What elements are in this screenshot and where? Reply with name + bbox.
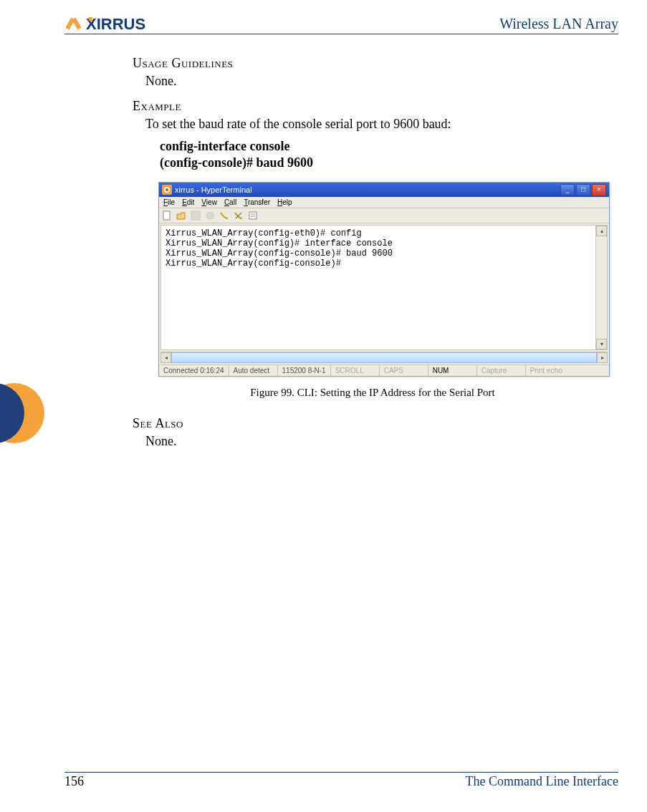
call-icon[interactable] (219, 211, 229, 221)
status-serial: 115200 8-N-1 (278, 365, 331, 376)
app-icon (162, 185, 172, 195)
status-scroll: SCROLL (331, 365, 380, 376)
new-icon[interactable] (162, 211, 172, 221)
page-header: XIRRUS Wireless LAN Array (64, 11, 618, 34)
header-title: Wireless LAN Array (499, 16, 618, 32)
footer-section: The Command Line Interface (466, 774, 618, 789)
menu-transfer[interactable]: Transfer (244, 198, 270, 206)
svg-rect-1 (72, 18, 81, 30)
status-detect: Auto detect (229, 365, 278, 376)
see-also-body: None. (145, 434, 613, 449)
usage-guidelines-body: None. (145, 74, 613, 89)
minimize-button[interactable]: _ (560, 184, 575, 196)
page-footer: 156 The Command Line Interface (64, 772, 618, 789)
example-cmd-1: config-interface console (160, 139, 613, 154)
menu-view[interactable]: View (201, 198, 217, 206)
figure-caption: Figure 99. CLI: Setting the IP Address f… (133, 387, 613, 399)
svg-point-8 (166, 188, 168, 191)
example-cmd-2: (config-console)# baud 9600 (160, 155, 613, 170)
open-icon[interactable] (176, 211, 186, 221)
page-number: 156 (64, 774, 84, 789)
properties-icon[interactable] (248, 211, 258, 221)
close-button[interactable]: × (592, 184, 606, 196)
status-connected: Connected 0:16:24 (159, 365, 229, 376)
svg-rect-10 (191, 211, 200, 220)
maximize-button[interactable]: □ (576, 184, 590, 196)
menubar: File Edit View Call Transfer Help (159, 197, 609, 208)
terminal-output[interactable]: Xirrus_WLAN_Array(config-eth0)# config X… (161, 226, 595, 349)
svg-rect-2 (89, 17, 92, 21)
page-content: Usage Guidelines None. Example To set th… (133, 50, 613, 459)
save-icon (191, 211, 201, 221)
window-title: xirrus - HyperTerminal (175, 185, 252, 194)
hyperterminal-window: xirrus - HyperTerminal _ □ × File Edit V… (158, 182, 610, 377)
window-titlebar[interactable]: xirrus - HyperTerminal _ □ × (159, 183, 609, 197)
menu-edit[interactable]: Edit (182, 198, 194, 206)
term-line-4: Xirrus_WLAN_Array(config-console)# (166, 258, 341, 269)
side-tab-graphic (0, 383, 60, 443)
connect-icon (205, 211, 215, 221)
see-also-heading: See Also (133, 416, 613, 431)
term-line-1: Xirrus_WLAN_Array(config-eth0)# config (166, 228, 362, 238)
brand-logo: XIRRUS (64, 15, 179, 32)
svg-point-11 (206, 212, 214, 219)
brand-text: XIRRUS (86, 15, 145, 32)
term-line-2: Xirrus_WLAN_Array(config)# interface con… (166, 238, 393, 248)
term-line-3: Xirrus_WLAN_Array(config-console)# baud … (166, 248, 393, 258)
scroll-up-icon[interactable]: ▴ (596, 226, 607, 236)
vertical-scrollbar[interactable]: ▴ ▾ (595, 226, 607, 349)
horizontal-scrollbar[interactable]: ◂ ▸ (160, 352, 608, 363)
disconnect-icon[interactable] (234, 211, 244, 221)
toolbar (159, 208, 609, 223)
status-num: NUM (428, 365, 477, 376)
status-echo: Print echo (526, 365, 574, 376)
svg-rect-13 (249, 212, 257, 219)
scroll-thumb[interactable] (171, 352, 597, 363)
menu-call[interactable]: Call (224, 198, 236, 206)
menu-file[interactable]: File (163, 198, 175, 206)
svg-rect-9 (163, 211, 170, 220)
example-heading: Example (133, 99, 613, 114)
status-bar: Connected 0:16:24 Auto detect 115200 8-N… (159, 364, 609, 376)
scroll-right-icon[interactable]: ▸ (597, 352, 608, 363)
usage-guidelines-heading: Usage Guidelines (133, 56, 613, 71)
scroll-left-icon[interactable]: ◂ (160, 352, 171, 363)
menu-help[interactable]: Help (277, 198, 292, 206)
example-body: To set the baud rate of the console seri… (145, 117, 613, 132)
scroll-down-icon[interactable]: ▾ (596, 339, 607, 349)
status-caps: CAPS (380, 365, 428, 376)
status-capture: Capture (477, 365, 526, 376)
